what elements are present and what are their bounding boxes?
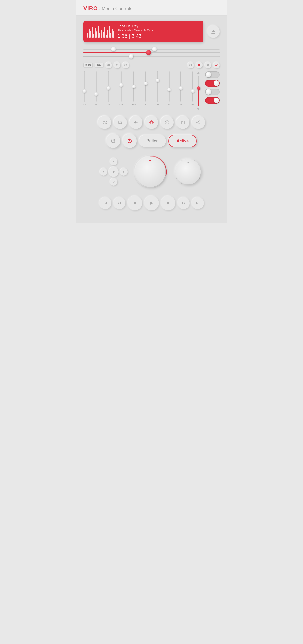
button-default[interactable]: Button [139, 135, 166, 147]
download-button[interactable] [161, 116, 174, 129]
power-button-on[interactable] [123, 134, 137, 148]
play-icon [112, 170, 116, 174]
eq-band-250-thumb[interactable] [119, 83, 123, 87]
radio-button-3[interactable] [122, 62, 129, 68]
now-playing-section: Lana Del Rey This Is What Makes Us Girls… [83, 21, 220, 42]
volume-button[interactable] [129, 116, 142, 129]
eq-band-4k: 4k [168, 71, 170, 106]
stop-button[interactable] [161, 196, 175, 210]
brand-dot: • [99, 8, 100, 11]
transport-row [83, 196, 220, 218]
eq-band-16k-track[interactable] [192, 71, 193, 102]
skip-forward-icon [196, 201, 200, 205]
eq-band-64-thumb[interactable] [94, 92, 98, 96]
toggle-4[interactable] [205, 97, 220, 104]
volume-fill [83, 56, 131, 57]
eq-band-250-track[interactable] [121, 71, 122, 102]
eq-band-8k-thumb[interactable] [179, 86, 183, 90]
svg-marker-20 [113, 170, 115, 173]
eq-band-64-label: 64 [95, 104, 97, 106]
playback-thumb[interactable] [146, 50, 151, 55]
equalizer-button[interactable] [176, 116, 189, 129]
fast-forward-button[interactable] [178, 197, 190, 209]
volume-thumb-vert[interactable] [197, 86, 200, 90]
eq-band-2k-track[interactable] [157, 71, 158, 102]
close-mixer-button[interactable] [205, 62, 211, 68]
slider-row-3 [83, 56, 220, 57]
eq-band-1k-thumb[interactable] [144, 82, 148, 85]
big-knob[interactable] [135, 157, 165, 187]
time-badge: 3:43 [83, 63, 93, 67]
eq-band-500-track[interactable] [133, 71, 134, 102]
radio-button-2[interactable] [114, 62, 120, 68]
playback-fill [83, 52, 149, 53]
toggle-2[interactable] [205, 80, 220, 87]
svg-marker-6 [134, 121, 136, 124]
sliders-section [83, 49, 220, 57]
settings-button[interactable] [145, 116, 158, 129]
equalizer-bars [87, 25, 114, 38]
skip-forward-button[interactable] [192, 197, 204, 209]
rewind-button[interactable] [113, 197, 125, 209]
chevron-down-icon [112, 181, 115, 183]
share-button[interactable] [192, 116, 205, 129]
radio-button-4[interactable] [187, 62, 194, 68]
eq-bar [96, 31, 97, 38]
dpad-right-button[interactable] [120, 168, 128, 176]
svg-line-19 [197, 123, 199, 124]
volume-thumb[interactable] [129, 54, 133, 59]
volume-icon [133, 120, 138, 125]
volume-icon-top [197, 71, 200, 75]
dpad-up-button[interactable] [110, 158, 117, 165]
eq-band-8k-track[interactable] [180, 71, 181, 102]
eq-band-500-thumb[interactable] [132, 85, 136, 88]
volume-track[interactable] [198, 76, 199, 106]
track-title: This Is What Makes Us Girls [118, 29, 199, 32]
eq-band-32-thumb[interactable] [83, 89, 86, 93]
dpad-down-button[interactable] [110, 178, 117, 186]
dpad-left-button[interactable] [100, 168, 107, 176]
eq-band-2k-thumb[interactable] [156, 79, 159, 82]
range-slider-track[interactable] [83, 49, 220, 50]
medium-knob[interactable] [175, 159, 201, 184]
button-active[interactable]: Active [168, 135, 197, 147]
header-subtitle: Media Controls [102, 6, 132, 11]
range-thumb-left[interactable] [111, 47, 116, 51]
power-button-off[interactable] [106, 134, 120, 148]
skip-back-button[interactable] [99, 197, 111, 209]
dpad-play-button[interactable] [109, 167, 119, 177]
cloud-download-icon [165, 120, 170, 125]
eq-band-125-track[interactable] [108, 71, 109, 102]
svg-marker-0 [211, 30, 215, 32]
pause-button[interactable] [128, 196, 142, 210]
range-thumb-right[interactable] [152, 47, 157, 51]
toggle-3[interactable] [205, 89, 220, 95]
playback-slider-track[interactable] [83, 52, 220, 53]
eq-band-2k: 2k [157, 71, 159, 106]
eq-band-4k-track[interactable] [169, 71, 170, 102]
eq-band-32-track[interactable] [84, 71, 85, 102]
eq-band-125-thumb[interactable] [107, 86, 110, 90]
shuffle-button[interactable] [98, 116, 111, 129]
svg-marker-35 [105, 202, 107, 204]
speaker-icon [197, 71, 200, 75]
repeat-button[interactable] [114, 116, 127, 129]
volume-slider-track[interactable] [83, 56, 220, 57]
chevron-up-icon [112, 160, 115, 163]
svg-rect-1 [211, 33, 215, 34]
eject-button[interactable] [207, 25, 220, 38]
skip-back-icon [103, 201, 107, 205]
eq-band-125-label: 125 [107, 104, 110, 106]
volume-fill [198, 88, 199, 106]
eq-band-1k-track[interactable] [145, 71, 146, 102]
play-transport-icon [149, 201, 154, 205]
eq-band-16k-thumb[interactable] [191, 89, 195, 93]
play-button[interactable] [144, 196, 159, 210]
confirm-mixer-button[interactable] [213, 62, 220, 68]
toggle-1[interactable] [205, 71, 220, 78]
radio-button-record[interactable] [196, 62, 203, 68]
eq-band-4k-thumb[interactable] [167, 88, 171, 91]
eq-band-64-track[interactable] [96, 71, 97, 102]
radio-button-gray-filled[interactable] [105, 62, 112, 68]
svg-rect-13 [182, 121, 183, 122]
